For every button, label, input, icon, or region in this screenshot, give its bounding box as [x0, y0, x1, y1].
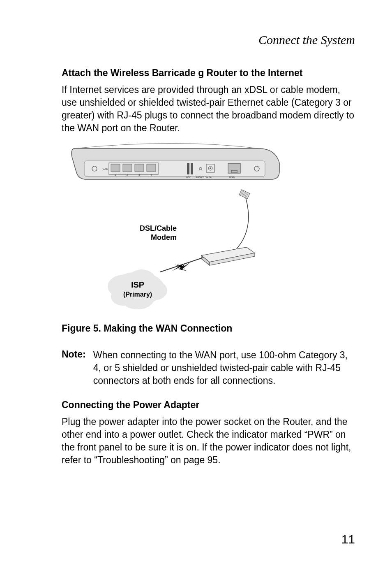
note-body: When connecting to the WAN port, use 100… — [93, 349, 355, 387]
wan-connection-diagram: LAN 1 2 3 4 USB — [62, 140, 292, 313]
page: Connect the System Attach the Wireless B… — [0, 0, 392, 571]
router-volt-label: 5V 1A — [205, 176, 212, 179]
svg-rect-14 — [231, 170, 237, 173]
note-label: Note: — [62, 349, 86, 387]
ethernet-cable-icon — [234, 190, 250, 251]
isp-cloud-icon: ISP (Primary) — [108, 269, 167, 309]
note-block: Note: When connecting to the WAN port, u… — [62, 349, 355, 387]
router-reset-label: RESET — [196, 176, 204, 179]
svg-rect-3 — [111, 164, 120, 172]
section1-body: If Internet services are provided throug… — [62, 84, 355, 135]
router-icon: LAN 1 2 3 4 USB — [71, 144, 279, 180]
isp-label: ISP — [131, 280, 144, 289]
svg-point-12 — [210, 167, 211, 169]
figure-caption: Figure 5. Making the WAN Connection — [62, 323, 355, 334]
router-usb-label: USB — [186, 176, 191, 179]
isp-primary-label: (Primary) — [123, 291, 152, 298]
router-lan-label: LAN — [103, 167, 108, 170]
section2-heading: Connecting the Power Adapter — [62, 399, 355, 411]
svg-rect-7 — [187, 163, 189, 174]
svg-rect-4 — [123, 164, 132, 172]
svg-rect-5 — [135, 164, 144, 172]
router-wan-label: WAN — [229, 176, 235, 179]
link-lightning-icon — [160, 258, 203, 272]
section1-heading: Attach the Wireless Barricade g Router t… — [62, 67, 355, 79]
figure-5: LAN 1 2 3 4 USB — [62, 140, 355, 315]
dsl-cable-label: DSL/Cable — [140, 224, 177, 232]
modem-label: Modem — [151, 233, 177, 241]
svg-rect-8 — [191, 163, 193, 174]
running-header: Connect the System — [62, 33, 355, 47]
page-number: 11 — [341, 532, 355, 546]
section2-body: Plug the power adapter into the power so… — [62, 415, 355, 467]
modem-icon — [201, 247, 255, 265]
svg-rect-6 — [147, 164, 156, 172]
